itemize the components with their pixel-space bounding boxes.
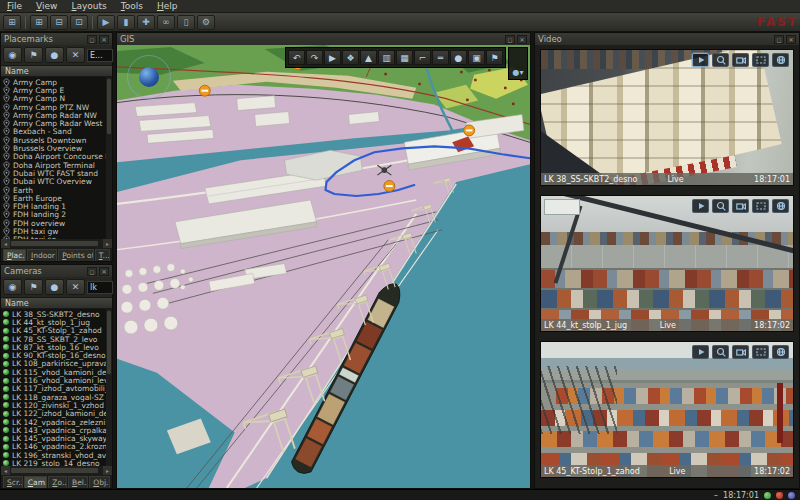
cameras-vscrollbar[interactable] bbox=[106, 309, 112, 466]
close-panel-button[interactable]: ✕ bbox=[786, 35, 796, 44]
camera-button[interactable] bbox=[732, 199, 749, 213]
settings-gear-icon[interactable]: ⚙ bbox=[197, 15, 215, 30]
undo-icon[interactable]: ↶ bbox=[288, 50, 305, 65]
menu-item[interactable]: File bbox=[0, 1, 29, 11]
separator[interactable] bbox=[25, 16, 26, 29]
close-panel-button[interactable]: ✕ bbox=[99, 35, 109, 44]
scroll-thumb[interactable] bbox=[11, 241, 98, 246]
measure-icon[interactable]: ═ bbox=[432, 50, 449, 65]
zoom-button[interactable] bbox=[712, 345, 729, 359]
ptz-globe-button[interactable] bbox=[772, 345, 789, 359]
snapshot-camera-icon[interactable]: ◉ bbox=[3, 279, 22, 295]
pan-mode-icon[interactable]: ✚ bbox=[137, 15, 155, 30]
placemarks-column-header[interactable]: Name bbox=[1, 66, 112, 77]
flag-pin-icon[interactable]: ⚑ bbox=[486, 50, 503, 65]
camera-button[interactable] bbox=[732, 53, 749, 67]
play-button[interactable] bbox=[692, 345, 709, 359]
remove-camera-icon[interactable]: ✕ bbox=[66, 279, 85, 295]
remove-placemark-icon[interactable]: ✕ bbox=[66, 47, 85, 63]
cameras-tab[interactable]: Zo... bbox=[48, 476, 67, 488]
scroll-right-arrow-icon[interactable]: ▸ bbox=[103, 239, 112, 248]
playback-icon[interactable]: ▶ bbox=[97, 15, 115, 30]
gis-map-canvas[interactable]: ↶↷▶❖▲▥▦⌐═●▣⚑ ●▾ bbox=[117, 45, 530, 488]
placemark-pin-menu-icon[interactable]: ⚑ bbox=[24, 47, 43, 63]
placemarks-tab[interactable]: Plac... bbox=[3, 249, 26, 261]
redo-icon[interactable]: ↷ bbox=[306, 50, 323, 65]
preset-button[interactable] bbox=[752, 53, 769, 67]
cameras-tab[interactable]: Bel... bbox=[68, 476, 88, 488]
camera-online-icon bbox=[3, 319, 9, 325]
screen-icon[interactable]: ▣ bbox=[468, 50, 485, 65]
menu-item[interactable]: View bbox=[29, 1, 64, 11]
ptz-globe-button[interactable] bbox=[772, 53, 789, 67]
preset-button[interactable] bbox=[752, 199, 769, 213]
status-alarm-icon[interactable] bbox=[776, 492, 783, 499]
snapshot-camera-icon[interactable]: ◉ bbox=[3, 47, 22, 63]
camera-menu-icon[interactable]: ⚑ bbox=[24, 279, 43, 295]
placemarks-tab[interactable]: Points of ... bbox=[58, 249, 94, 261]
preset-button[interactable] bbox=[752, 345, 769, 359]
cameras-hscrollbar[interactable]: ◂ ▸ bbox=[1, 466, 112, 475]
close-panel-button[interactable]: ✕ bbox=[99, 267, 109, 276]
play-button[interactable] bbox=[692, 199, 709, 213]
placemark-row[interactable]: FDH taxi se bbox=[3, 236, 104, 239]
status-info-icon[interactable] bbox=[788, 492, 795, 499]
cameras-column-header[interactable]: Name bbox=[1, 298, 112, 309]
slideshow-icon[interactable]: ▥ bbox=[378, 50, 395, 65]
scroll-left-arrow-icon[interactable]: ◂ bbox=[1, 239, 10, 248]
menu-item[interactable]: Layouts bbox=[64, 1, 113, 11]
playback-icon[interactable]: ▶ bbox=[324, 50, 341, 65]
layout-single-icon[interactable]: ⊞ bbox=[3, 15, 21, 30]
video-feed[interactable]: LK 38_SS-SKBT2_desno Live 18:17:01 bbox=[540, 49, 794, 186]
placemarks-vscrollbar[interactable] bbox=[106, 77, 112, 239]
globe-icon[interactable]: ● bbox=[45, 279, 64, 295]
placemark-marker[interactable] bbox=[464, 125, 475, 136]
map-compass[interactable] bbox=[127, 55, 171, 99]
placemark-marker[interactable] bbox=[384, 181, 395, 192]
scroll-left-arrow-icon[interactable]: ◂ bbox=[1, 466, 10, 475]
menu-item[interactable]: Help bbox=[150, 1, 185, 11]
key-icon[interactable]: ⌐ bbox=[414, 50, 431, 65]
scroll-thumb[interactable] bbox=[11, 468, 98, 473]
float-panel-button[interactable]: ◻ bbox=[774, 35, 784, 44]
ptz-globe-button[interactable] bbox=[772, 199, 789, 213]
float-panel-button[interactable]: ◻ bbox=[87, 35, 97, 44]
placemarks-tab[interactable]: Indoor ... bbox=[27, 249, 57, 261]
float-panel-button[interactable]: ◻ bbox=[87, 267, 97, 276]
scroll-thumb[interactable] bbox=[107, 311, 111, 374]
scroll-right-arrow-icon[interactable]: ▸ bbox=[103, 466, 112, 475]
placemarks-filter-input[interactable] bbox=[87, 49, 113, 62]
scroll-thumb[interactable] bbox=[107, 79, 111, 134]
camera-row[interactable]: LK 219_stolp_14_desno bbox=[3, 459, 104, 466]
page-panel-icon[interactable]: ▯ bbox=[177, 15, 195, 30]
layout-add-list-icon[interactable]: ⊟ bbox=[50, 15, 68, 30]
separator[interactable] bbox=[92, 16, 93, 29]
placemark-marker[interactable] bbox=[199, 85, 210, 96]
zoom-button[interactable] bbox=[712, 199, 729, 213]
binoculars-icon[interactable]: ∞ bbox=[157, 15, 175, 30]
device-icon[interactable]: ▮ bbox=[117, 15, 135, 30]
float-panel-button[interactable]: ◻ bbox=[505, 35, 515, 44]
camera-button[interactable] bbox=[732, 345, 749, 359]
globe-layers-button[interactable]: ●▾ bbox=[508, 47, 528, 80]
menu-item[interactable]: Tools bbox=[114, 1, 150, 11]
panel-add-icon[interactable]: ⊡ bbox=[70, 15, 88, 30]
globe-icon[interactable]: ● bbox=[450, 50, 467, 65]
globe-icon[interactable]: ● bbox=[45, 47, 64, 63]
screenshot-icon[interactable]: ▦ bbox=[396, 50, 413, 65]
atlas-icon[interactable]: ❖ bbox=[342, 50, 359, 65]
status-ok-icon[interactable] bbox=[764, 492, 771, 499]
cameras-tab[interactable]: Scr... bbox=[3, 476, 23, 488]
play-button[interactable] bbox=[692, 53, 709, 67]
placemarks-hscrollbar[interactable]: ◂ ▸ bbox=[1, 239, 112, 248]
cameras-filter-input[interactable] bbox=[87, 281, 113, 294]
close-panel-button[interactable]: ✕ bbox=[517, 35, 527, 44]
zoom-button[interactable] bbox=[712, 53, 729, 67]
layout-add-icon[interactable]: ⊞ bbox=[30, 15, 48, 30]
video-feed[interactable]: LK 45_KT-Stolp_1_zahod Live 18:17:02 bbox=[540, 341, 794, 478]
cameras-tab[interactable]: Cam... bbox=[24, 476, 48, 488]
cameras-tab[interactable]: Obj... bbox=[89, 476, 110, 488]
terrain-3d-icon[interactable]: ▲ bbox=[360, 50, 377, 65]
placemarks-tab[interactable]: T... bbox=[95, 249, 110, 261]
video-feed[interactable]: LK 44_kt_stolp_1_jug Live 18:17:02 bbox=[540, 195, 794, 332]
